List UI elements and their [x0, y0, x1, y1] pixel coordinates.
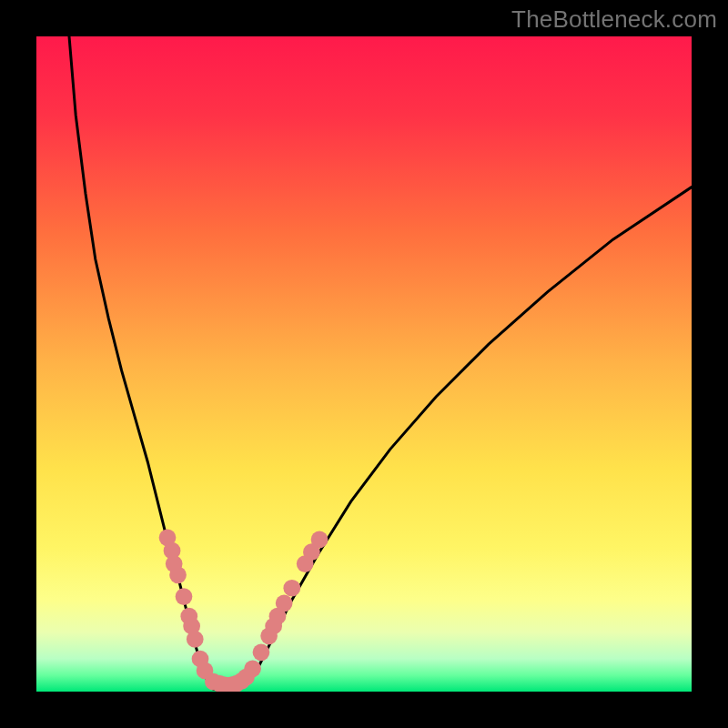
data-dot	[253, 643, 270, 661]
watermark-text: TheBottleneck.com	[511, 5, 717, 34]
data-dot	[169, 566, 187, 583]
data-dot	[187, 631, 204, 648]
plot-area	[36, 36, 692, 692]
data-dot	[244, 660, 261, 677]
left-branch-curve	[69, 36, 213, 689]
right-branch-curve	[246, 187, 692, 685]
data-dot	[283, 580, 300, 597]
chart-frame: TheBottleneck.com	[0, 0, 728, 728]
data-dot	[276, 594, 293, 612]
data-dots	[159, 529, 329, 692]
data-dot	[176, 588, 193, 605]
data-dot	[311, 531, 329, 549]
curve-layer	[36, 36, 692, 692]
